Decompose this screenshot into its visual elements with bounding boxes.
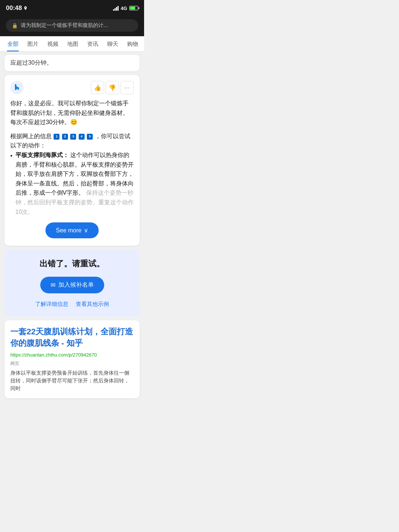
citation-5[interactable]: 5	[87, 134, 93, 140]
tab-images[interactable]: 图片	[23, 36, 43, 51]
see-more-button[interactable]: See more ∨	[45, 222, 98, 238]
tab-chat[interactable]: 聊天	[103, 36, 123, 51]
tabs: 全部 图片 视频 地图 资讯 聊天 购物 航班	[0, 36, 144, 51]
lock-icon: 🔒	[12, 23, 18, 28]
status-icons: 4G	[113, 6, 138, 11]
see-more-label: See more	[56, 227, 81, 234]
exercise-list: • 平板支撑到海豚式： 这个动作可以热身你的肩膀，手臂和核心肌群。从平板支撑的姿…	[10, 150, 134, 216]
article-card: 一套22天腹肌训练计划，全面打造你的腹肌线条 - 知乎 https://zhua…	[4, 320, 140, 398]
chevron-down-icon: ∨	[84, 227, 88, 234]
article-snippet: 身体以平板支撑姿势预备开始训练，首先身体往一侧扭转，同时该侧手臂尽可能下张开；然…	[10, 369, 134, 392]
tab-flights[interactable]: 航班	[143, 36, 144, 51]
bullet-icon: •	[10, 151, 13, 216]
battery-icon	[129, 6, 138, 10]
time-display: 00:48	[6, 4, 22, 12]
bing-intro-text: 你好，这是必应。我可以帮你制定一个锻炼手臂和腹肌的计划，无需仰卧起坐和健身器材。…	[10, 99, 134, 127]
status-time: 00:48	[6, 4, 28, 12]
search-bar: 🔒 请为我制定一个锻炼手臂和腹肌的计...	[0, 16, 144, 36]
article-title[interactable]: 一套22天腹肌训练计划，全面打造你的腹肌线条 - 知乎	[10, 326, 134, 349]
citation-3[interactable]: 3	[70, 134, 76, 140]
partial-top-text: 应超过30分钟。	[4, 55, 140, 71]
learn-more-link[interactable]: 了解详细信息	[35, 301, 68, 308]
bing-card-header: 👍 👎 ···	[10, 81, 134, 94]
search-input-container[interactable]: 🔒 请为我制定一个锻炼手臂和腹肌的计...	[6, 19, 138, 32]
bing-actions: 👍 👎 ···	[91, 81, 134, 94]
email-icon: ✉	[51, 282, 55, 289]
bing-logo	[10, 81, 24, 94]
signal-icon	[113, 6, 119, 11]
network-type: 4G	[121, 6, 127, 11]
article-meta-type: 网页	[10, 361, 19, 366]
tab-map[interactable]: 地图	[63, 36, 83, 51]
thumbs-down-button[interactable]: 👎	[106, 81, 119, 94]
location-icon	[23, 6, 28, 10]
error-links: 了解详细信息 查看其他示例	[12, 301, 132, 308]
bing-response-content: 你好，这是必应。我可以帮你制定一个锻炼手臂和腹肌的计划，无需仰卧起坐和健身器材。…	[10, 99, 134, 238]
tabs-container: 全部 图片 视频 地图 资讯 聊天 购物 航班	[0, 36, 144, 52]
exercise-title: 平板支撑到海豚式：	[16, 152, 69, 158]
bing-citation-line: 根据网上的信息 1 2 3 4 5 ，你可以尝试以下的动作：	[10, 132, 134, 150]
waitlist-label: 加入候补名单	[58, 281, 94, 289]
list-item-content: 平板支撑到海豚式： 这个动作可以热身你的肩膀，手臂和核心肌群。从平板支撑的姿势开…	[16, 150, 134, 216]
citation-2[interactable]: 2	[62, 134, 68, 140]
partial-text: 应超过30分钟。	[10, 59, 52, 66]
thumbs-up-button[interactable]: 👍	[91, 81, 104, 94]
search-query: 请为我制定一个锻炼手臂和腹肌的计...	[21, 22, 108, 29]
citation-4[interactable]: 4	[79, 134, 85, 140]
citation-1[interactable]: 1	[54, 134, 59, 140]
main-content: 应超过30分钟。 👍 👎 ··· 你好，这是必应。我可以帮你制定一个锻炼手臂和腹…	[0, 52, 144, 405]
tab-shopping[interactable]: 购物	[123, 36, 143, 51]
tab-news[interactable]: 资讯	[83, 36, 103, 51]
view-examples-link[interactable]: 查看其他示例	[76, 301, 109, 308]
more-options-button[interactable]: ···	[120, 81, 134, 94]
waitlist-button[interactable]: ✉ 加入候补名单	[40, 277, 104, 293]
status-bar: 00:48 4G	[0, 0, 144, 16]
tab-video[interactable]: 视频	[43, 36, 63, 51]
tab-all[interactable]: 全部	[3, 36, 23, 51]
article-meta: 网页	[10, 361, 134, 367]
article-url[interactable]: https://zhuanlan.zhihu.com/p/270942670	[10, 352, 134, 358]
error-title: 出错了。请重试。	[12, 258, 132, 269]
bing-ai-card: 👍 👎 ··· 你好，这是必应。我可以帮你制定一个锻炼手臂和腹肌的计划，无需仰卧…	[4, 75, 140, 246]
citation-prefix: 根据网上的信息	[10, 133, 52, 139]
list-item: • 平板支撑到海豚式： 这个动作可以热身你的肩膀，手臂和核心肌群。从平板支撑的姿…	[10, 150, 134, 216]
error-card: 出错了。请重试。 ✉ 加入候补名单 了解详细信息 查看其他示例	[4, 249, 140, 317]
